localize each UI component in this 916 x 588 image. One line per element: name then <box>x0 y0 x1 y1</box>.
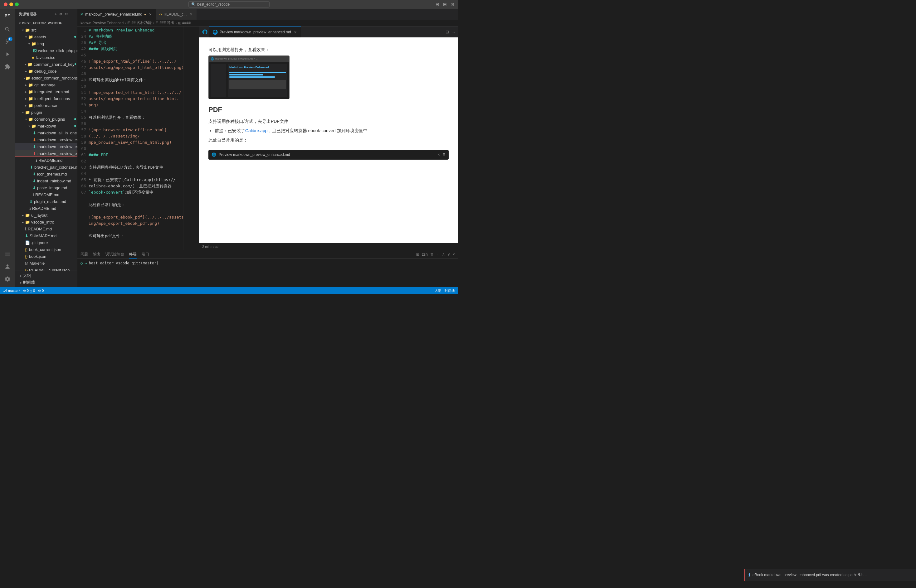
sidebar-item-mpe-pdf[interactable]: ▸ ⬇ markdown_preview_enhanced.pdf U <box>15 150 78 157</box>
sidebar-item-readme-current-json[interactable]: ▸ {} README_current.json <box>15 267 78 271</box>
search-bar[interactable]: 🔍 best_editor_vscode <box>188 1 270 8</box>
sidebar-timeline[interactable]: ▸ 时间线 <box>18 279 75 286</box>
explorer-activity-icon[interactable] <box>2 11 13 23</box>
status-bar: ⎇ master* ⊗ 0 △ 0 ⊘ 0 大纲 时间线 <box>0 287 458 294</box>
sidebar-item-book-json[interactable]: ▸ {} book.json <box>15 253 78 260</box>
sidebar-item-summary[interactable]: ▸ ⬇ SUMMARY.md <box>15 232 78 239</box>
sidebar-item-common-plugins[interactable]: ▾ 📁 common_plugins <box>15 116 78 123</box>
preview-bottom-more[interactable]: ⊟ <box>442 152 445 158</box>
sidebar-item-debug[interactable]: ▸ 📁 debug_code <box>15 68 78 74</box>
terminal-trash-icon[interactable]: 🗑 <box>430 252 434 257</box>
sidebar-item-git[interactable]: ▸ 📁 git_manage <box>15 81 78 88</box>
root-arrow: ▾ <box>18 21 22 25</box>
sidebar-item-mpe-md[interactable]: ▸ ⬇ markdown_preview_enhanced.md M <box>15 143 78 150</box>
sidebar-item-shortcuts[interactable]: ▸ 📁 common_shortcut_key <box>15 61 78 68</box>
outline-activity-icon[interactable] <box>2 249 13 260</box>
sidebar-item-readme-plugin[interactable]: ▸ ℹ README.md <box>15 205 78 212</box>
status-info[interactable]: ⊘ 0 <box>38 289 44 293</box>
sidebar-item-makefile[interactable]: ▸ M Makefile <box>15 260 78 267</box>
sidebar-outline[interactable]: ▸ 大纲 <box>18 272 75 279</box>
root-folder[interactable]: ▾ BEST_EDITOR_VSCODE <box>15 19 78 26</box>
sidebar-item-terminal[interactable]: ▸ 📁 integrated_terminal <box>15 88 78 95</box>
split-icon[interactable]: ⊞ <box>443 2 447 7</box>
maximize-button[interactable] <box>15 3 19 6</box>
shortcuts-dot <box>74 63 76 65</box>
terminal-down-icon[interactable]: ∨ <box>447 252 450 257</box>
sidebar-item-intelligent[interactable]: ▸ 📁 intelligent_functions <box>15 95 78 102</box>
sidebar-item-indent[interactable]: ▸ ⬇ indent_rainbow.md <box>15 178 78 184</box>
sidebar-bottom: ▸ 大纲 ▸ 时间线 <box>15 271 78 287</box>
editor-preview-split: 1 24 36 42 45 46 47 48 49 50 51 <box>78 26 458 250</box>
tab-close-readme[interactable]: × <box>188 12 193 17</box>
sidebar-item-vscode-intro[interactable]: ▸ 📁 vscode_intro <box>15 218 78 225</box>
fullscreen-icon[interactable]: ⊡ <box>450 2 454 7</box>
run-activity-icon[interactable] <box>2 48 13 60</box>
sidebar-item-performance[interactable]: ▸ 📁 performance <box>15 102 78 109</box>
panel-tab-output[interactable]: 输出 <box>93 250 100 259</box>
terminal-up-icon[interactable]: ∧ <box>442 252 445 257</box>
sidebar-item-bracket[interactable]: ▸ ⬇ bracket_pair_colorizer.md <box>15 164 78 171</box>
close-button[interactable] <box>4 3 8 6</box>
sidebar-item-readme-common[interactable]: ▸ ℹ README.md <box>15 191 78 198</box>
minimize-button[interactable] <box>10 3 13 6</box>
extensions-activity-icon[interactable] <box>2 61 13 72</box>
code-editor[interactable]: 1 24 36 42 45 46 47 48 49 50 51 <box>78 26 199 250</box>
sidebar-item-all-in-one[interactable]: ▸ ⬇ markdown_all_in_one.md <box>15 129 78 136</box>
terminal-split-icon[interactable]: ⊟ <box>416 252 419 257</box>
tab-readme[interactable]: {} README_c... × <box>156 9 197 19</box>
sidebar-item-plugin[interactable]: ▾ 📁 plugin <box>15 109 78 116</box>
panel-tab-debug[interactable]: 调试控制台 <box>105 250 124 259</box>
thumb-line-3 <box>229 76 275 78</box>
sidebar-item-favicon[interactable]: ▸ ★ favicon.ico <box>15 54 78 61</box>
status-timeline[interactable]: 时间线 <box>445 288 455 293</box>
tab-close-mpe-md[interactable]: × <box>148 12 153 17</box>
source-control-activity-icon[interactable]: 11 <box>2 36 13 47</box>
status-branch[interactable]: ⎇ master* <box>3 289 20 293</box>
search-activity-icon[interactable] <box>2 24 13 35</box>
sidebar-item-icon-themes[interactable]: ▸ ⬇ icon_themes.md <box>15 171 78 178</box>
sidebar-item-book-current[interactable]: ▸ {} book_current.json <box>15 246 78 253</box>
more-icon[interactable]: ··· <box>70 12 74 16</box>
preview-split-icon[interactable]: ⊟ <box>445 30 449 34</box>
calibre-link[interactable]: Calibre.app <box>245 128 268 133</box>
preview-tab[interactable]: 🌐 Preview markdown_preview_enhanced.md × <box>209 26 301 37</box>
sidebar-item-welcome-png[interactable]: ▸ 🖼 welcome_click_php.png <box>15 47 78 54</box>
sidebar-item-paste-image[interactable]: ▸ ⬇ paste_image.md <box>15 184 78 191</box>
refresh-icon[interactable]: ↻ <box>65 12 68 16</box>
sidebar-item-mpe-html[interactable]: ▸ ⬇ markdown_preview_enhanced.html U <box>15 136 78 143</box>
tab-label-readme: README_c... <box>163 12 186 16</box>
panel-tab-problems[interactable]: 问题 <box>81 250 88 259</box>
markdown-dot <box>74 125 76 127</box>
sidebar-item-readme-root[interactable]: ▸ ℹ README.md <box>15 225 78 232</box>
sidebar-item-readme-markdown[interactable]: ▸ ℹ README.md <box>15 157 78 164</box>
new-folder-icon[interactable]: ⊕ <box>59 12 62 16</box>
panel-tab-ports[interactable]: 端口 <box>142 250 149 259</box>
info-count: 0 <box>42 289 44 292</box>
account-activity-icon[interactable] <box>2 261 13 272</box>
sidebar-item-plugin-market[interactable]: ▸ ⬇ plugin_market.md <box>15 198 78 205</box>
sidebar-item-ui-layout[interactable]: ▸ 📁 ui_layout <box>15 212 78 218</box>
status-errors[interactable]: ⊗ 0 △ 0 <box>23 289 35 293</box>
sidebar-item-assets[interactable]: ▾ 📁 assets <box>15 33 78 40</box>
title-bar-center: 🔍 best_editor_vscode <box>188 1 270 8</box>
sidebar-item-img[interactable]: ▾ 📁 img <box>15 40 78 47</box>
sidebar-item-markdown[interactable]: ▾ 📁 markdown <box>15 123 78 129</box>
preview-bottom-bar-inner: 🌐 Preview markdown_preview_enhanced.md ×… <box>209 150 448 160</box>
terminal-close-icon[interactable]: × <box>453 252 455 257</box>
sidebar-item-gitignore[interactable]: ▸ 📄 .gitignore <box>15 239 78 246</box>
sidebar-item-src[interactable]: ▾ 📁 src <box>15 26 78 33</box>
new-file-icon[interactable]: + <box>55 12 57 16</box>
preview-more-icon[interactable]: ··· <box>452 30 455 34</box>
code-lines: # Markdown Preview Enhanced ## 各种功能 ### … <box>89 26 183 250</box>
tab-bar: M markdown_preview_enhanced.md ● × {} RE… <box>78 9 458 19</box>
settings-activity-icon[interactable] <box>2 273 13 285</box>
preview-top-text: 可以用浏览器打开，查看效果： <box>209 46 448 53</box>
preview-tab-close[interactable]: × <box>293 30 298 35</box>
status-outline[interactable]: 大纲 <box>435 288 442 293</box>
panel-tab-terminal[interactable]: 终端 <box>129 250 137 259</box>
preview-bottom-close[interactable]: × <box>438 152 440 158</box>
layout-icon[interactable]: ⊟ <box>435 2 439 7</box>
sidebar-item-editor-funcs[interactable]: ▸ 📁 editor_common_functions <box>15 74 78 81</box>
tab-mpe-md[interactable]: M markdown_preview_enhanced.md ● × <box>78 9 156 19</box>
terminal-more-icon[interactable]: ··· <box>437 252 440 257</box>
